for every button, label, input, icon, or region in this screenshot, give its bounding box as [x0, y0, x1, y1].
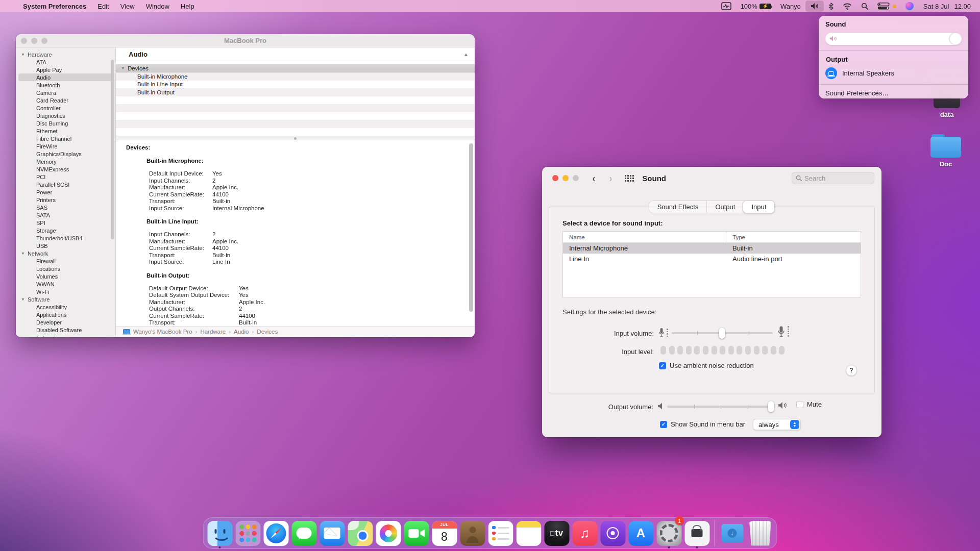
sound-titlebar[interactable]: ‹ › Sound: [542, 167, 881, 189]
column-header-name[interactable]: Name: [563, 232, 726, 242]
dock-item-system-preferences[interactable]: 1: [656, 518, 682, 548]
activity-monitor-menu-icon[interactable]: [717, 1, 736, 12]
back-button[interactable]: ‹: [593, 172, 595, 184]
sidebar-item-developer[interactable]: Developer: [16, 318, 115, 326]
dock-item-music[interactable]: ♫: [572, 518, 598, 548]
sidebar-item-sas[interactable]: SAS: [16, 204, 115, 211]
dock-item-launchpad[interactable]: [235, 518, 261, 548]
sidebar-item-disabled-software[interactable]: Disabled Software: [16, 326, 115, 334]
tree-group-devices[interactable]: ▼ Devices: [116, 64, 475, 72]
collapse-chevron-icon[interactable]: ▲: [463, 52, 469, 57]
tree-item-built-in-line-input[interactable]: Built-in Line Input: [116, 81, 475, 89]
dock-item-photos[interactable]: [375, 518, 402, 548]
sidebar-item-fibre-channel[interactable]: Fibre Channel: [16, 135, 115, 142]
menu-bar-frequency-dropdown[interactable]: always ▲▼: [753, 419, 801, 430]
sysinfo-titlebar[interactable]: MacBook Pro: [16, 34, 475, 47]
ambient-noise-checkbox[interactable]: ✓: [659, 362, 666, 369]
column-header-type[interactable]: Type: [726, 234, 861, 240]
dock-item-podcasts[interactable]: [600, 518, 626, 548]
sound-preferences-item[interactable]: Sound Preferences…: [825, 89, 962, 97]
tab-sound-effects[interactable]: Sound Effects: [649, 201, 707, 213]
sidebar-item-power[interactable]: Power: [16, 188, 115, 196]
wifi-menu-icon[interactable]: [838, 1, 856, 12]
search-input[interactable]: [804, 174, 866, 182]
sidebar-item-spi[interactable]: SPI: [16, 219, 115, 227]
breadcrumb-item-audio[interactable]: Audio: [234, 329, 249, 335]
menu-item-help[interactable]: Help: [175, 3, 200, 10]
forward-button[interactable]: ›: [609, 172, 611, 184]
dock-item-maps[interactable]: [347, 518, 374, 548]
tree-item-built-in-output[interactable]: Built-in Output: [116, 88, 475, 96]
output-volume-slider[interactable]: [667, 401, 774, 412]
input-volume-knob[interactable]: [719, 328, 725, 339]
sidebar-item-wwan[interactable]: WWAN: [16, 280, 115, 288]
sidebar-scrollbar[interactable]: [111, 60, 114, 239]
sidebar-item-thunderbolt-usb4[interactable]: Thunderbolt/USB4: [16, 234, 115, 242]
breadcrumb-item-devices[interactable]: Devices: [257, 329, 278, 335]
sidebar-item-parallel-scsi[interactable]: Parallel SCSI: [16, 181, 115, 188]
dock-item-reminders[interactable]: [487, 518, 514, 548]
sidebar-item-audio[interactable]: Audio: [18, 73, 113, 81]
dock-item-safari[interactable]: [263, 518, 289, 548]
sidebar-item-accessibility[interactable]: Accessibility: [16, 303, 115, 311]
desktop-icon-doc[interactable]: Doc: [923, 134, 969, 168]
sidebar-item-storage[interactable]: Storage: [16, 227, 115, 234]
sidebar-item-disc-burning[interactable]: Disc Burning: [16, 119, 115, 127]
dock-item-mail[interactable]: [319, 518, 346, 548]
details-scrollbar[interactable]: [469, 143, 473, 312]
breadcrumb-item-hardware[interactable]: Hardware: [200, 329, 226, 335]
menu-item-window[interactable]: Window: [140, 3, 175, 10]
sound-menu-icon[interactable]: [805, 1, 824, 12]
sidebar-item-firewire[interactable]: FireWire: [16, 142, 115, 150]
sidebar-group-hardware[interactable]: ▼Hardware: [16, 51, 115, 58]
dock-item-facetime[interactable]: [403, 518, 430, 548]
dock-item-notes[interactable]: [516, 518, 542, 548]
sidebar-item-sata[interactable]: SATA: [16, 211, 115, 219]
sidebar-item-wi-fi[interactable]: Wi-Fi: [16, 288, 115, 295]
sidebar-item-usb[interactable]: USB: [16, 242, 115, 249]
zoom-button[interactable]: [573, 175, 579, 181]
dock-item-trash[interactable]: [747, 518, 774, 548]
sidebar-item-card-reader[interactable]: Card Reader: [16, 96, 115, 104]
dock-item-downloads[interactable]: [719, 518, 746, 548]
sidebar-item-memory[interactable]: Memory: [16, 158, 115, 165]
sidebar-item-graphics-displays[interactable]: Graphics/Displays: [16, 150, 115, 158]
output-device-item[interactable]: Internal Speakers: [825, 67, 962, 79]
sidebar-group-network[interactable]: ▼Network: [16, 249, 115, 257]
device-row-internal-microphone[interactable]: Internal MicrophoneBuilt-in: [563, 243, 861, 254]
show-sound-checkbox[interactable]: ✓: [660, 421, 667, 428]
sidebar-item-controller[interactable]: Controller: [16, 104, 115, 112]
sidebar-item-ethernet[interactable]: Ethernet: [16, 127, 115, 135]
sidebar-item-diagnostics[interactable]: Diagnostics: [16, 112, 115, 119]
sidebar-item-locations[interactable]: Locations: [16, 265, 115, 272]
search-field[interactable]: [792, 172, 874, 184]
sidebar-item-apple-pay[interactable]: Apple Pay: [16, 66, 115, 73]
user-menu[interactable]: Wanyo: [776, 1, 805, 12]
sidebar-item-ata[interactable]: ATA: [16, 58, 115, 66]
tab-input[interactable]: Input: [743, 201, 775, 213]
dock-item-calendar[interactable]: JUL8: [431, 518, 458, 548]
mute-checkbox[interactable]: [796, 401, 803, 408]
show-all-grid-icon[interactable]: [624, 174, 634, 182]
device-row-line-in[interactable]: Line InAudio line-in port: [563, 254, 861, 264]
sidebar-item-nvmexpress[interactable]: NVMExpress: [16, 165, 115, 173]
dock-item-contacts[interactable]: [459, 518, 486, 548]
sidebar-item-pci[interactable]: PCI: [16, 173, 115, 181]
dock-item-system-information[interactable]: [684, 518, 710, 548]
menu-item-edit[interactable]: Edit: [92, 3, 114, 10]
dock-item-messages[interactable]: [291, 518, 317, 548]
spotlight-search-icon[interactable]: [856, 1, 873, 12]
close-button[interactable]: [552, 175, 558, 181]
sidebar-item-firewall[interactable]: Firewall: [16, 257, 115, 265]
tab-output[interactable]: Output: [706, 201, 743, 213]
siri-menu-icon[interactable]: [901, 1, 918, 12]
pane-splitter[interactable]: [116, 136, 475, 140]
menu-item-view[interactable]: View: [115, 3, 140, 10]
sidebar-item-applications[interactable]: Applications: [16, 311, 115, 318]
control-center-icon[interactable]: [873, 1, 901, 12]
help-button[interactable]: ?: [846, 365, 857, 376]
sidebar-item-extensions[interactable]: Extensions: [16, 334, 115, 337]
sidebar-item-bluetooth[interactable]: Bluetooth: [16, 81, 115, 89]
output-volume-knob[interactable]: [768, 401, 774, 412]
popover-volume-knob[interactable]: [950, 33, 961, 44]
